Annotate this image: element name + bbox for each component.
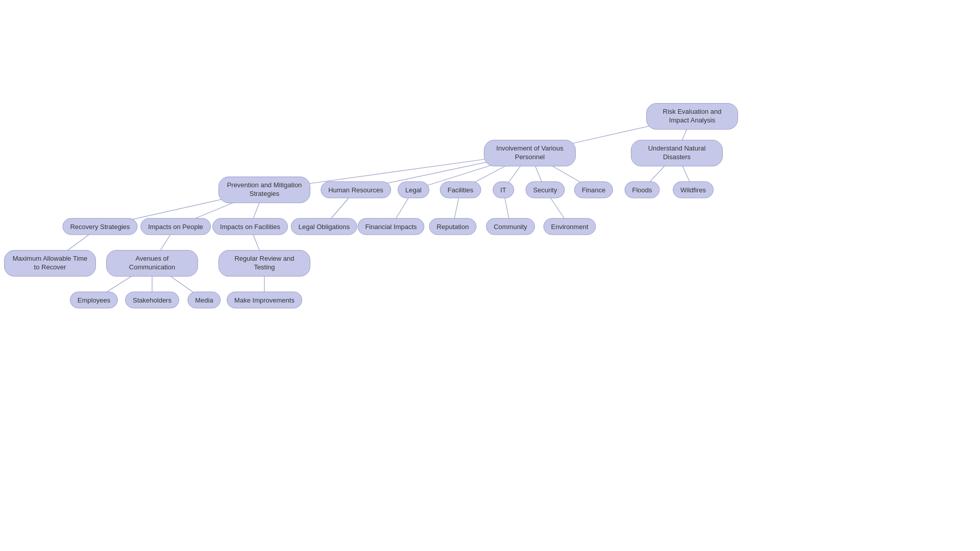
node-n11[interactable]: Wildfires [673,182,714,198]
node-n24[interactable]: Stakeholders [125,292,179,309]
node-n1[interactable]: Involvement of Various Personnel [484,140,576,166]
node-n4[interactable]: Human Resources [321,182,391,198]
node-n16[interactable]: Financial Impacts [357,218,424,235]
node-n8[interactable]: Security [526,182,565,198]
node-n17[interactable]: Reputation [429,218,477,235]
node-n9[interactable]: Finance [574,182,613,198]
node-n15[interactable]: Legal Obligations [291,218,357,235]
node-n20[interactable]: Maximum Allowable Time to Recover [4,250,96,277]
node-n19[interactable]: Environment [544,218,596,235]
node-n6[interactable]: Facilities [440,182,481,198]
node-n14[interactable]: Impacts on Facilities [212,218,288,235]
node-n12[interactable]: Recovery Strategies [62,218,137,235]
node-n13[interactable]: Impacts on People [140,218,211,235]
node-n22[interactable]: Regular Review and Testing [218,250,310,277]
node-n2[interactable]: Understand Natural Disasters [631,140,723,166]
node-n10[interactable]: Floods [624,182,659,198]
diagram-container: Risk Evaluation and Impact AnalysisInvol… [0,0,980,551]
node-n18[interactable]: Community [486,218,535,235]
node-root[interactable]: Risk Evaluation and Impact Analysis [646,103,738,130]
node-n5[interactable]: Legal [398,182,429,198]
node-n21[interactable]: Avenues of Communication [106,250,198,277]
node-n23[interactable]: Employees [70,292,118,309]
node-n25[interactable]: Media [187,292,220,309]
node-n3[interactable]: Prevention and Mitigation Strategies [218,177,310,203]
node-n26[interactable]: Make Improvements [227,292,302,309]
node-n7[interactable]: IT [493,182,514,198]
